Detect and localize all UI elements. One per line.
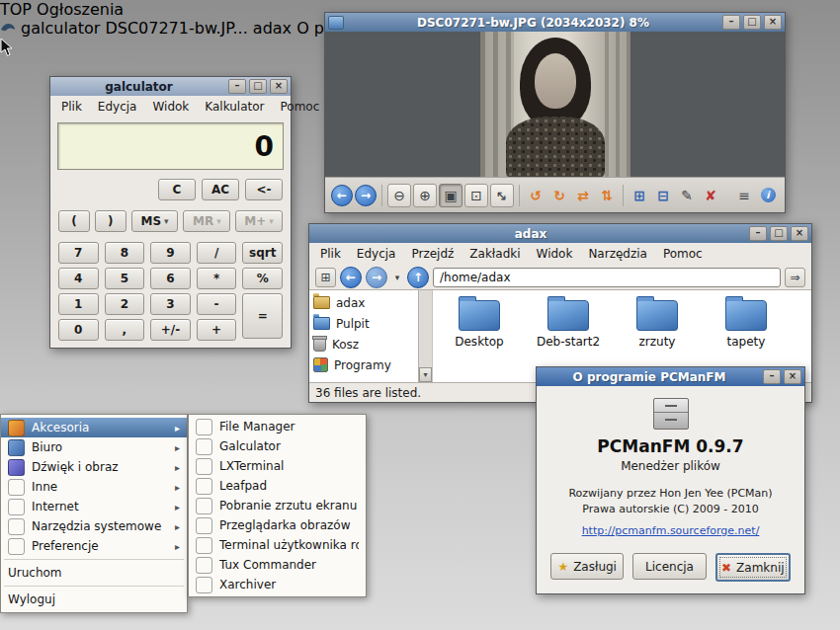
scroll-down-icon[interactable]: ▾ <box>419 367 432 382</box>
key-percent[interactable]: % <box>242 268 283 289</box>
close-button[interactable]: × <box>270 79 288 94</box>
open-file-icon[interactable]: ⊞ <box>629 185 650 206</box>
memory-recall-button[interactable]: MR▾ <box>183 210 230 232</box>
key-comma[interactable]: , <box>105 319 145 341</box>
folder-desktop[interactable]: Desktop <box>447 300 512 382</box>
submenu-item-xarchiver[interactable]: Xarchiver <box>189 575 366 594</box>
menu-item-inne[interactable]: Inne ▸ <box>1 477 187 497</box>
save-as-icon[interactable]: ✎ <box>676 185 698 206</box>
submenu-item-tux-commander[interactable]: Tux Commander <box>189 555 366 575</box>
file-manager-titlebar[interactable]: adax – □ × <box>309 224 811 243</box>
key-divide[interactable]: / <box>197 242 237 264</box>
start-menu-button[interactable] <box>0 19 21 38</box>
key-2[interactable]: 2 <box>105 293 145 315</box>
zoom-original-icon[interactable]: ⊡ <box>464 184 488 207</box>
submenu-item-file-manager[interactable]: File Manager <box>189 417 366 436</box>
menu-kalkulator[interactable]: Kalkulator <box>198 98 271 116</box>
task-image-viewer[interactable]: DSC07271-bw.JP... <box>105 19 252 38</box>
key-plusminus[interactable]: +/- <box>150 319 191 341</box>
menu-item-akcesoria[interactable]: Akcesoria ▸ <box>1 418 187 437</box>
key-sqrt[interactable]: sqrt <box>242 242 283 264</box>
key-4[interactable]: 4 <box>58 268 99 289</box>
submenu-item-root-terminal[interactable]: Terminal użytkownika root <box>189 535 366 555</box>
fullscreen-icon[interactable]: ↔ <box>490 184 514 207</box>
key-7[interactable]: 7 <box>58 242 99 264</box>
rotate-left-icon[interactable]: ↺ <box>525 185 546 206</box>
previous-image-button[interactable]: ← <box>331 185 353 206</box>
rotate-right-icon[interactable]: ↻ <box>548 185 570 206</box>
close-paren-button[interactable]: ) <box>95 210 126 232</box>
about-dialog-titlebar[interactable]: O programie PCManFM – × <box>537 367 804 386</box>
sidebar-scrollbar[interactable]: ▾ <box>418 290 432 382</box>
task-adax[interactable]: adax <box>253 19 296 38</box>
menu-zakladki[interactable]: Zakładki <box>462 245 527 263</box>
flip-horizontal-icon[interactable]: ⇄ <box>572 185 594 206</box>
menu-widok[interactable]: Widok <box>145 98 196 116</box>
close-button[interactable]: × <box>764 15 782 30</box>
key-6[interactable]: 6 <box>150 268 191 289</box>
menu-widok[interactable]: Widok <box>530 245 580 263</box>
menu-plik[interactable]: Plik <box>54 98 89 116</box>
menu-pomoc[interactable]: Pomoc <box>656 245 710 263</box>
menu-item-dzwiek-i-obraz[interactable]: Dźwięk i obraz ▸ <box>1 457 187 477</box>
credits-button[interactable]: ★Zasługi <box>550 553 624 580</box>
backspace-button[interactable]: <- <box>245 179 283 200</box>
task-galculator[interactable]: galculator <box>21 19 105 38</box>
zoom-out-icon[interactable]: ⊖ <box>387 184 411 207</box>
sidebar-item-applications[interactable]: Programy <box>309 354 418 375</box>
key-3[interactable]: 3 <box>150 293 191 315</box>
key-equals[interactable]: = <box>242 293 283 339</box>
key-9[interactable]: 9 <box>150 242 191 264</box>
menu-item-wyloguj[interactable]: Wyloguj <box>1 590 187 609</box>
menu-edycja[interactable]: Edycja <box>91 98 144 116</box>
key-plus[interactable]: + <box>197 319 237 341</box>
menu-przejdz[interactable]: Przejdź <box>404 245 461 263</box>
key-1[interactable]: 1 <box>58 293 99 315</box>
forward-button[interactable]: → <box>366 267 387 288</box>
minimize-button[interactable]: – <box>763 369 781 384</box>
flip-vertical-icon[interactable]: ⇅ <box>596 185 618 206</box>
key-5[interactable]: 5 <box>105 268 145 289</box>
memory-plus-button[interactable]: M+▾ <box>235 210 283 232</box>
key-multiply[interactable]: * <box>197 268 237 289</box>
new-tab-icon[interactable]: ⊞ <box>315 268 336 287</box>
submenu-item-image-viewer[interactable]: Przeglądarka obrazów <box>189 515 366 535</box>
minimize-button[interactable]: – <box>722 15 740 30</box>
menu-item-preferencje[interactable]: Preferencje ▸ <box>1 536 187 556</box>
memory-store-button[interactable]: MS▾ <box>131 210 179 232</box>
maximize-button[interactable]: □ <box>743 15 761 30</box>
calculator-titlebar[interactable]: galculator – □ × <box>50 77 291 96</box>
menu-item-internet[interactable]: Internet ▸ <box>1 497 187 516</box>
submenu-item-galculator[interactable]: Galculator <box>189 436 366 456</box>
menu-narzedzia[interactable]: Narzędzia <box>581 245 654 263</box>
maximize-button[interactable]: □ <box>770 226 788 241</box>
key-minus[interactable]: - <box>197 293 237 315</box>
menu-item-uruchom[interactable]: Uruchom <box>1 563 187 583</box>
up-button[interactable]: ↑ <box>407 267 429 288</box>
menu-plik[interactable]: Plik <box>313 245 348 263</box>
fit-window-icon[interactable]: ▣ <box>439 184 462 207</box>
maximize-button[interactable]: □ <box>249 79 267 94</box>
exif-icon[interactable]: ≡ <box>733 185 755 206</box>
menu-edycja[interactable]: Edycja <box>350 245 403 263</box>
close-button[interactable]: × <box>791 226 808 241</box>
key-0[interactable]: 0 <box>58 319 99 341</box>
sidebar-item-home[interactable]: adax <box>309 292 418 313</box>
minimize-button[interactable]: – <box>749 226 767 241</box>
menu-pomoc[interactable]: Pomoc <box>274 98 327 116</box>
all-clear-button[interactable]: AC <box>202 179 239 200</box>
path-input[interactable]: /home/adax <box>433 268 781 287</box>
license-button[interactable]: Licencja <box>632 553 706 580</box>
back-button[interactable]: ← <box>340 267 362 288</box>
save-icon[interactable]: ⊟ <box>652 185 674 206</box>
next-image-button[interactable]: → <box>355 185 377 206</box>
submenu-item-leafpad[interactable]: Leafpad <box>189 476 366 496</box>
key-8[interactable]: 8 <box>105 242 145 264</box>
close-button[interactable]: × <box>784 369 801 384</box>
minimize-button[interactable]: – <box>228 79 246 94</box>
clear-button[interactable]: C <box>158 179 196 200</box>
zoom-in-icon[interactable]: ⊕ <box>413 184 437 207</box>
submenu-item-lxterminal[interactable]: LXTerminal <box>189 456 366 476</box>
menu-item-biuro[interactable]: Biuro ▸ <box>1 437 187 457</box>
close-dialog-button[interactable]: ✖Zamknij <box>715 553 791 582</box>
